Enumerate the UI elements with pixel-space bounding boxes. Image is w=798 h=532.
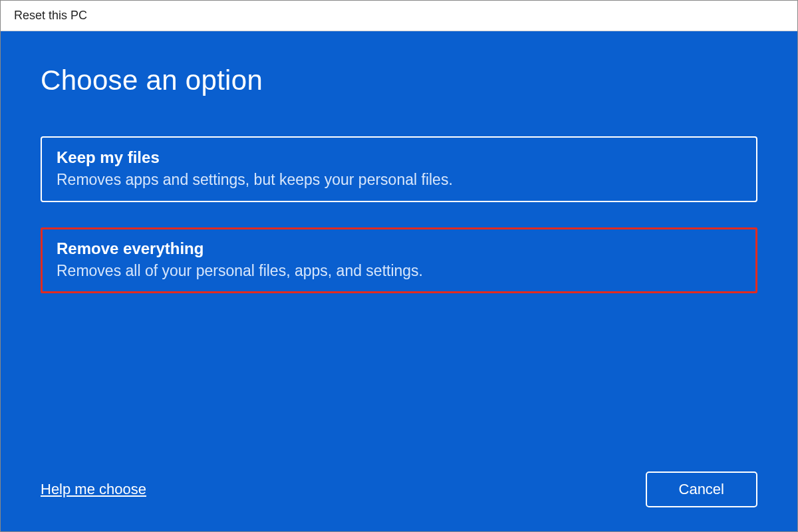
- dialog-content: Choose an option Keep my files Removes a…: [1, 31, 797, 531]
- titlebar: Reset this PC: [1, 1, 797, 31]
- help-me-choose-link[interactable]: Help me choose: [41, 481, 146, 507]
- page-heading: Choose an option: [41, 65, 757, 96]
- dialog-footer: Help me choose Cancel: [41, 471, 757, 507]
- options-list: Keep my files Removes apps and settings,…: [41, 136, 757, 293]
- dialog-window: Reset this PC Choose an option Keep my f…: [0, 0, 798, 532]
- option-keep-my-files[interactable]: Keep my files Removes apps and settings,…: [41, 136, 757, 202]
- cancel-button[interactable]: Cancel: [646, 471, 757, 507]
- option-remove-everything[interactable]: Remove everything Removes all of your pe…: [41, 227, 757, 293]
- option-title: Keep my files: [57, 148, 741, 167]
- option-description: Removes apps and settings, but keeps you…: [57, 171, 741, 189]
- window-title: Reset this PC: [14, 9, 87, 23]
- option-title: Remove everything: [57, 239, 741, 258]
- option-description: Removes all of your personal files, apps…: [57, 262, 741, 280]
